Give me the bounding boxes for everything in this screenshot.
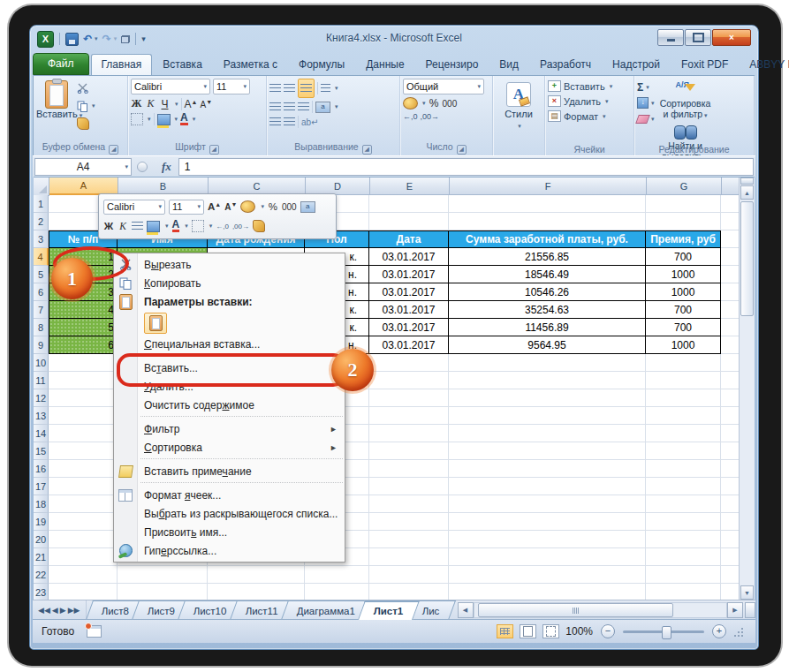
context-menu-item-8[interactable]: Удалить... [114, 377, 345, 396]
grid-cell-G14[interactable] [646, 425, 721, 442]
row-header-8[interactable]: 8 [34, 319, 49, 336]
tab-split-handle[interactable] [745, 602, 755, 618]
context-menu-item-14[interactable]: Вставить примечание [114, 462, 345, 480]
decrease-indent-icon[interactable] [269, 117, 281, 126]
grid-cell-A7[interactable]: 4 [49, 301, 118, 319]
row-header-19[interactable]: 19 [34, 513, 49, 531]
sort-filter-button[interactable]: А/Я Сортировка и фильтр▾ [656, 79, 715, 121]
column-header-E[interactable]: E [370, 177, 450, 195]
grid-cell-F6[interactable]: 10546.26 [449, 283, 646, 301]
record-macro-icon[interactable] [87, 625, 102, 638]
grid-cell-C23[interactable] [208, 584, 305, 600]
grid-cell-F21[interactable] [449, 548, 646, 566]
mini-borders-icon[interactable] [192, 220, 204, 232]
mini-shrink-font-button[interactable]: А▼ [224, 201, 237, 212]
grid-cell-G19[interactable] [646, 513, 721, 531]
grid-cell-A23[interactable] [49, 584, 118, 600]
clear-button[interactable]: ▾ [637, 112, 655, 125]
increase-indent-icon[interactable] [284, 117, 295, 126]
mini-grow-font-button[interactable]: А▲ [208, 201, 221, 212]
grid-cell-C22[interactable] [208, 566, 305, 584]
grid-cell-G13[interactable] [646, 407, 721, 425]
font-color-icon[interactable]: А [180, 113, 188, 125]
grid-cell-G10[interactable] [646, 354, 721, 372]
ribbon-tab-9[interactable]: Надстрой [602, 54, 671, 75]
align-middle-icon[interactable] [284, 84, 295, 93]
grid-cell-F2[interactable] [449, 213, 646, 230]
ribbon-tab-2[interactable]: Вставка [152, 54, 213, 75]
first-sheet-icon[interactable]: ◀◀ [38, 606, 50, 615]
zoom-slider[interactable] [623, 630, 704, 633]
align-top-icon[interactable] [269, 84, 281, 93]
mini-format-painter-icon[interactable] [253, 220, 265, 232]
align-left-icon[interactable] [269, 102, 281, 111]
grid-cell-F7[interactable]: 35254.63 [449, 301, 646, 319]
mini-percent-button[interactable]: % [268, 201, 278, 212]
ribbon-tab-8[interactable]: Разработч [529, 54, 602, 75]
grid-cell-A10[interactable] [49, 354, 118, 372]
grid-cell-G8[interactable]: 700 [646, 319, 721, 336]
grid-cell-F4[interactable]: 21556.85 [449, 248, 646, 266]
grid-cell-E4[interactable]: 03.01.2017 [369, 248, 449, 266]
last-sheet-icon[interactable]: ▶▶ [68, 606, 80, 615]
dialog-launcher-icon[interactable]: ◢ [109, 145, 118, 155]
grid-cell-E22[interactable] [369, 566, 449, 584]
paste-option-button[interactable] [144, 313, 167, 334]
formula-bar-handle[interactable] [137, 162, 148, 172]
ribbon-tab-7[interactable]: Вид [489, 54, 529, 75]
bold-button[interactable]: Ж [131, 97, 142, 110]
sheet-tab-Лист1[interactable]: Лист1 [358, 600, 420, 620]
zoom-out-button[interactable]: − [601, 624, 615, 638]
scroll-down-icon[interactable]: ▼ [740, 585, 754, 600]
grid-cell-G3[interactable]: Премия, руб [646, 230, 721, 248]
context-menu-item-2[interactable]: Копировать [114, 274, 345, 292]
grid-cell-E6[interactable]: 03.01.2017 [369, 283, 449, 301]
grid-cell-A13[interactable] [49, 407, 118, 425]
ribbon-tab-11[interactable]: ABBYY PDF [739, 54, 789, 75]
name-box[interactable]: A4▾ [34, 158, 132, 176]
row-header-9[interactable]: 9 [34, 336, 49, 354]
row-header-17[interactable]: 17 [34, 478, 49, 495]
currency-icon[interactable] [403, 97, 418, 109]
grid-cell-G23[interactable] [646, 584, 721, 600]
row-header-12[interactable]: 12 [34, 389, 49, 407]
grid-cell-G1[interactable] [646, 195, 721, 213]
context-menu-item-12[interactable]: Сортировка► [114, 438, 345, 457]
context-menu-item-1[interactable]: Вырезать [114, 255, 345, 274]
grid-cell-G11[interactable] [646, 372, 721, 389]
row-header-22[interactable]: 22 [34, 566, 49, 584]
horizontal-scroll-thumb[interactable] [478, 603, 673, 617]
grid-cell-E21[interactable] [369, 548, 449, 566]
context-menu-item-5[interactable]: Специальная вставка... [114, 335, 345, 353]
grid-cell-F1[interactable] [449, 195, 646, 213]
row-header-16[interactable]: 16 [34, 460, 49, 478]
context-menu-item-11[interactable]: Фильтр► [114, 419, 345, 438]
ribbon-tab-10[interactable]: Foxit PDF [671, 54, 739, 75]
formula-input[interactable]: 1 [178, 158, 754, 176]
grid-cell-G16[interactable] [646, 460, 721, 478]
tab-file[interactable]: Файл [33, 53, 89, 75]
grid-cell-F10[interactable] [449, 354, 646, 372]
format-cells-button[interactable]: ▤Формат▾ [548, 109, 631, 124]
grid-cell-E15[interactable] [369, 442, 449, 460]
grid-cell-E8[interactable]: 03.01.2017 [369, 319, 449, 336]
grid-cell-F15[interactable] [449, 442, 646, 460]
context-menu-item-9[interactable]: Очистить содержимое [114, 396, 345, 414]
column-header-D[interactable]: D [306, 177, 370, 195]
grid-cell-F18[interactable] [449, 495, 646, 513]
grid-cell-B23[interactable] [118, 584, 208, 600]
autosum-button[interactable]: Σ▾ [637, 80, 655, 94]
ribbon-tab-1[interactable]: Главная [91, 54, 153, 75]
mini-fill-color-icon[interactable] [147, 221, 160, 232]
column-header-B[interactable]: B [118, 177, 209, 195]
context-menu-item-7[interactable]: Вставить... [114, 359, 345, 377]
grid-cell-G6[interactable]: 1000 [646, 283, 721, 301]
mini-thousands-button[interactable]: 000 [282, 202, 297, 212]
grid-cell-A16[interactable] [49, 460, 118, 478]
grid-cell-G22[interactable] [646, 566, 721, 584]
context-menu-item-17[interactable]: Выбрать из раскрывающегося списка... [114, 504, 345, 523]
mini-font-name-combo[interactable]: Calibri▾ [103, 200, 165, 215]
vertical-scroll-thumb[interactable] [740, 201, 754, 316]
close-button[interactable]: × [712, 29, 751, 46]
grow-font-button[interactable]: А▲ [185, 98, 198, 110]
